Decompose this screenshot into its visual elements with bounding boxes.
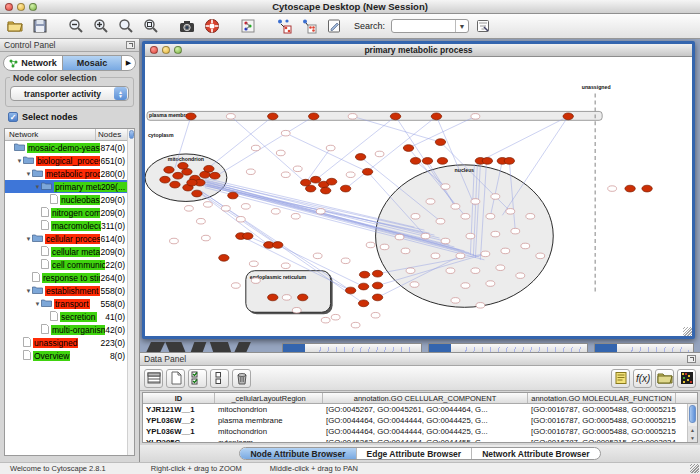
graph-node-unselected[interactable] bbox=[481, 251, 490, 257]
graph-node-unselected[interactable] bbox=[346, 172, 355, 178]
column-header-3[interactable]: annotation.GO MOLECULAR_FUNCTION bbox=[528, 393, 676, 403]
graph-node-unselected[interactable] bbox=[366, 242, 375, 248]
graph-node-unselected[interactable] bbox=[236, 216, 245, 222]
graph-node-unselected[interactable] bbox=[246, 169, 255, 175]
graph-node-unselected[interactable] bbox=[410, 282, 419, 288]
graph-node-unselected[interactable] bbox=[461, 214, 470, 220]
graph-node-selected[interactable] bbox=[186, 113, 196, 120]
search-box[interactable]: ▼ bbox=[391, 19, 469, 33]
graph-node-selected[interactable] bbox=[563, 113, 573, 120]
resize-grip-icon[interactable] bbox=[683, 327, 692, 336]
graph-edge[interactable] bbox=[231, 116, 306, 182]
search-dropdown-icon[interactable]: ▼ bbox=[455, 20, 468, 32]
tree-row-cellular-metabol[interactable]: cellular metabol209(0) bbox=[5, 245, 127, 258]
graph-node-unselected[interactable] bbox=[441, 238, 450, 244]
tree-row-secretion[interactable]: secretion41(0) bbox=[5, 310, 127, 323]
tree-expand-icon[interactable]: ▼ bbox=[25, 288, 32, 294]
graph-node-unselected[interactable] bbox=[231, 283, 240, 289]
table-row[interactable]: YJR121W__1mitochondrion[GO:0045267, GO:0… bbox=[143, 404, 697, 415]
matrix-icon[interactable] bbox=[677, 369, 696, 388]
graph-node-selected[interactable] bbox=[219, 254, 229, 261]
tab-mosaic[interactable]: Mosaic bbox=[62, 56, 121, 70]
graph-node-unselected[interactable] bbox=[471, 268, 480, 274]
graph-node-unselected[interactable] bbox=[313, 253, 322, 259]
tree-row-macromolecule[interactable]: macromolecule311(0) bbox=[5, 219, 127, 232]
graph-node-unselected[interactable] bbox=[521, 243, 530, 249]
graph-node-unselected[interactable] bbox=[506, 209, 515, 215]
notes-icon[interactable] bbox=[611, 369, 630, 388]
graph-node-unselected[interactable] bbox=[406, 268, 415, 274]
tree-row-mosaic-demo-yeast[interactable]: mosaic-demo-yeast874(0) bbox=[5, 141, 127, 154]
graph-node-unselected[interactable] bbox=[331, 314, 340, 320]
tree-row-establishment-of-lo[interactable]: ▼establishment of lo558(0) bbox=[5, 284, 127, 297]
graph-node-selected[interactable] bbox=[358, 300, 368, 307]
tree-row-multi-organism-pro[interactable]: multi-organism pro42(0) bbox=[5, 323, 127, 336]
graph-node-unselected[interactable] bbox=[441, 184, 450, 190]
tree-expand-icon[interactable]: ▼ bbox=[25, 236, 32, 242]
tree-expand-icon[interactable]: ▼ bbox=[16, 158, 23, 164]
tree-row-unassigned[interactable]: unassigned223(0) bbox=[5, 336, 127, 349]
graph-node-unselected[interactable] bbox=[375, 151, 384, 157]
graph-node-unselected[interactable] bbox=[371, 312, 380, 318]
netwin-close-button[interactable] bbox=[150, 46, 158, 54]
graph-node-selected[interactable] bbox=[435, 139, 445, 146]
graph-node-selected[interactable] bbox=[228, 192, 238, 199]
graph-node-unselected[interactable] bbox=[351, 322, 360, 328]
graph-node-selected[interactable] bbox=[362, 168, 372, 175]
graph-node-selected[interactable] bbox=[390, 113, 400, 120]
tabs-overflow-button[interactable]: ▶ bbox=[121, 56, 135, 70]
graph-node-selected[interactable] bbox=[372, 294, 382, 301]
graph-node-unselected[interactable] bbox=[380, 244, 389, 250]
search-input[interactable] bbox=[392, 20, 455, 32]
netwin-minimize-button[interactable] bbox=[162, 46, 170, 54]
graph-node-unselected[interactable] bbox=[451, 298, 460, 304]
zoom-in-icon[interactable] bbox=[90, 16, 112, 36]
graph-node-unselected[interactable] bbox=[185, 206, 194, 212]
tab-node-attribute-browser[interactable]: Node Attribute Browser bbox=[240, 448, 355, 459]
graph-node-unselected[interactable] bbox=[281, 130, 290, 136]
graph-node-unselected[interactable] bbox=[241, 204, 250, 210]
attribute-table-icon[interactable] bbox=[144, 369, 163, 388]
graph-node-selected[interactable] bbox=[187, 179, 197, 186]
graph-node-unselected[interactable] bbox=[251, 278, 260, 284]
graph-node-unselected[interactable] bbox=[249, 261, 258, 267]
graph-node-unselected[interactable] bbox=[456, 253, 465, 259]
zoom-fit-icon[interactable] bbox=[115, 16, 137, 36]
graph-node-unselected[interactable] bbox=[281, 172, 290, 178]
table-row[interactable]: YLR295Ccytoplasm[GO:0045263, GO:0044464,… bbox=[143, 437, 697, 443]
graph-node-selected[interactable] bbox=[340, 185, 350, 192]
tab-network[interactable]: Network bbox=[4, 56, 62, 70]
column-header-1[interactable]: _cellularLayoutRegion bbox=[215, 393, 323, 403]
graph-node-unselected[interactable] bbox=[221, 206, 230, 212]
graph-node-unselected[interactable] bbox=[201, 235, 210, 241]
tree-scrollbar[interactable] bbox=[127, 129, 134, 455]
annotation-icon[interactable] bbox=[323, 16, 345, 36]
region-plasma-membrane[interactable] bbox=[147, 111, 602, 120]
save-icon[interactable] bbox=[29, 16, 51, 36]
tree-row-response-to-stimul[interactable]: response to stimul264(0) bbox=[5, 271, 127, 284]
graph-node-selected[interactable] bbox=[298, 294, 308, 301]
tab-edge-attribute-browser[interactable]: Edge Attribute Browser bbox=[356, 448, 472, 459]
graph-edge[interactable] bbox=[220, 116, 314, 173]
graph-node-selected[interactable] bbox=[403, 145, 413, 152]
graph-node-unselected[interactable] bbox=[293, 166, 302, 172]
network-window-titlebar[interactable]: primary metabolic process bbox=[145, 44, 692, 57]
graph-node-unselected[interactable] bbox=[486, 214, 495, 220]
graph-node-unselected[interactable] bbox=[401, 248, 410, 254]
graph-node-selected[interactable] bbox=[355, 154, 365, 161]
netwin-zoom-button[interactable] bbox=[174, 46, 182, 54]
select-nodes-checkbox[interactable]: ✓ bbox=[8, 112, 18, 122]
graph-node-unselected[interactable] bbox=[536, 253, 545, 259]
unselect-attributes-icon[interactable] bbox=[210, 369, 229, 388]
graph-node-unselected[interactable] bbox=[291, 214, 300, 220]
graph-node-unselected[interactable] bbox=[501, 248, 510, 254]
graph-node-selected[interactable] bbox=[410, 158, 420, 165]
tree-row-cellular-process[interactable]: ▼cellular process614(0) bbox=[5, 232, 127, 245]
graph-node-selected[interactable] bbox=[345, 287, 355, 294]
table-scrollbar[interactable]: ▲▼ bbox=[687, 404, 697, 442]
tree-row-cell-communicat[interactable]: cell communicat22(0) bbox=[5, 258, 127, 271]
graph-node-unselected[interactable] bbox=[471, 114, 480, 120]
graph-node-unselected[interactable] bbox=[348, 114, 357, 120]
graph-node-unselected[interactable] bbox=[446, 268, 455, 274]
tree-row-transport[interactable]: ▼transport558(0) bbox=[5, 297, 127, 310]
